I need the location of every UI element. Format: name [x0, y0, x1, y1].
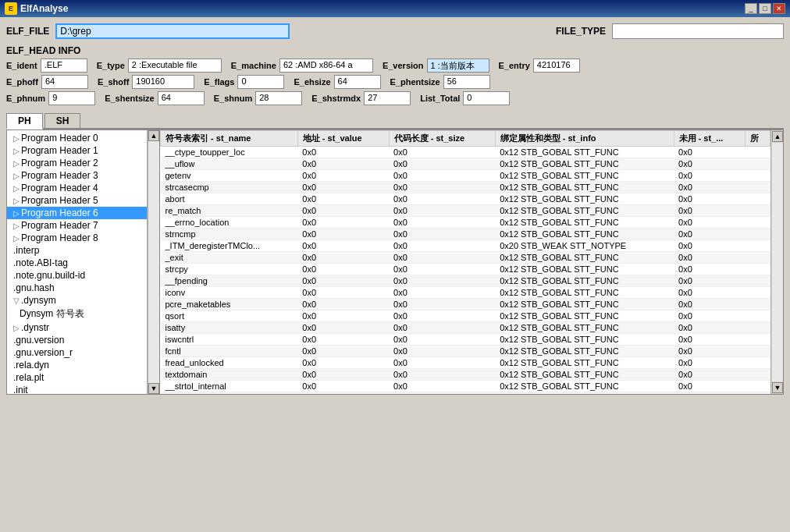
elf-file-input[interactable]	[55, 23, 290, 39]
tree-item-dynsym-table[interactable]: Dynsym 符号表	[7, 307, 147, 321]
e-phentsize-label: E_phentsize	[390, 77, 440, 87]
e-ident-cell: E_ident .ELF	[6, 59, 87, 73]
cell-value: 0x0	[297, 217, 389, 229]
e-machine-cell: E_machine 62 :AMD x86-64 a	[231, 59, 373, 73]
minimize-button[interactable]: _	[745, 3, 757, 14]
cell-name: __fpending	[161, 275, 298, 287]
cell-size: 0x0	[389, 193, 495, 205]
e-shoff-label: E_shoff	[98, 77, 129, 87]
e-version-label: E_version	[383, 61, 424, 70]
e-ehsize-label: E_ehsize	[294, 77, 330, 87]
table-row[interactable]: __uflow 0x0 0x0 0x12 STB_GOBAL STT_FUNC …	[161, 158, 770, 170]
tree-item-ph3[interactable]: ▷ Program Header 3	[7, 169, 147, 182]
cell-info: 0x12 STB_GOBAL STT_FUNC	[495, 205, 674, 217]
scroll-up-btn[interactable]: ▲	[148, 130, 159, 141]
table-row[interactable]: abort 0x0 0x0 0x12 STB_GOBAL STT_FUNC 0x…	[161, 193, 770, 205]
tree-item-gnu-version-r[interactable]: .gnu.version_r	[7, 346, 147, 359]
cell-info: 0x12 STB_GOBAL STT_FUNC	[495, 229, 674, 240]
tree-item-ph5[interactable]: ▷ Program Header 5	[7, 194, 147, 207]
table-row[interactable]: qsort 0x0 0x0 0x12 STB_GOBAL STT_FUNC 0x…	[161, 310, 770, 322]
list-total-cell: List_Total 0	[420, 91, 510, 105]
cell-info: 0x12 STB_GOBAL STT_FUNC	[495, 170, 674, 182]
scroll-up-btn2[interactable]: ▲	[772, 131, 783, 142]
tree-item-ph2[interactable]: ▷ Program Header 2	[7, 157, 147, 169]
table-scrollbar[interactable]: ▲ ▼	[770, 130, 783, 394]
expand-icon: ▷	[13, 159, 20, 168]
table-row[interactable]: _ITM_deregisterTMClo... 0x0 0x0 0x20 STB…	[161, 240, 770, 252]
cell-name: fread_unlocked	[161, 357, 298, 369]
maximize-button[interactable]: □	[759, 3, 771, 14]
table-row[interactable]: isatty 0x0 0x0 0x12 STB_GOBAL STT_FUNC 0…	[161, 322, 770, 334]
table-row[interactable]: iconv 0x0 0x0 0x12 STB_GOBAL STT_FUNC 0x…	[161, 287, 770, 299]
tree-item-ph1[interactable]: ▷ Program Header 1	[7, 144, 147, 157]
cell-other	[746, 346, 770, 357]
scroll-down-btn[interactable]: ▼	[148, 383, 159, 394]
cell-other	[746, 299, 770, 310]
tree-item-label: Program Header 2	[21, 158, 98, 168]
tree-item-note-build[interactable]: .note.gnu.build-id	[7, 269, 147, 282]
col-size: 代码长度 - st_size	[389, 131, 495, 147]
table-row[interactable]: getenv 0x0 0x0 0x12 STB_GOBAL STT_FUNC 0…	[161, 170, 770, 182]
e-phnum-label: E_phnum	[6, 94, 45, 103]
cell-unused: 0x0	[674, 229, 746, 240]
cell-value: 0x0	[297, 264, 389, 275]
tree-item-label: .rela.plt	[13, 372, 44, 383]
e-type-label: E_type	[97, 61, 125, 70]
table-row[interactable]: strcpy 0x0 0x0 0x12 STB_GOBAL STT_FUNC 0…	[161, 264, 770, 275]
cell-other	[746, 217, 770, 229]
table-row[interactable]: re_match 0x0 0x0 0x12 STB_GOBAL STT_FUNC…	[161, 205, 770, 217]
tree-item-init[interactable]: .init	[7, 384, 147, 394]
table-row[interactable]: __errno_location 0x0 0x0 0x12 STB_GOBAL …	[161, 217, 770, 229]
cell-unused: 0x0	[674, 381, 746, 392]
tab-ph[interactable]: PH	[6, 113, 43, 129]
table-row[interactable]: __ctype_toupper_loc 0x0 0x0 0x12 STB_GOB…	[161, 147, 770, 158]
table-row[interactable]: iswctype 0x0 0x0 0x12 STB_GOBAL STT_FUNC…	[161, 392, 770, 395]
tree-item-ph0[interactable]: ▷ Program Header 0	[7, 132, 147, 144]
cell-value: 0x0	[297, 299, 389, 310]
scroll-down-btn2[interactable]: ▼	[772, 382, 783, 393]
tree-item-gnu-version[interactable]: .gnu.version	[7, 334, 147, 346]
tree-item-label: Program Header 3	[21, 170, 98, 181]
tree-item-dynsym[interactable]: ▽ .dynsym	[7, 294, 147, 307]
cell-unused: 0x0	[674, 205, 746, 217]
tree-item-ph6[interactable]: ▷ Program Header 6	[7, 207, 147, 219]
table-row[interactable]: strcasecmp 0x0 0x0 0x12 STB_GOBAL STT_FU…	[161, 182, 770, 193]
e-shentsize-val: 64	[158, 91, 205, 105]
cell-name: re_match	[161, 205, 298, 217]
tree-scrollbar[interactable]: ▲ ▼	[148, 130, 160, 394]
e-flags-cell: E_flags 0	[204, 75, 284, 89]
table-row[interactable]: textdomain 0x0 0x0 0x12 STB_GOBAL STT_FU…	[161, 369, 770, 381]
tree-item-ph7[interactable]: ▷ Program Header 7	[7, 219, 147, 232]
close-button[interactable]: ✕	[773, 3, 785, 14]
cell-name: __ctype_toupper_loc	[161, 147, 298, 158]
cell-size: 0x0	[389, 334, 495, 346]
e-shnum-val: 28	[255, 91, 302, 105]
tab-bar: PH SH	[6, 113, 784, 129]
cell-info: 0x12 STB_GOBAL STT_FUNC	[495, 275, 674, 287]
cell-unused: 0x0	[674, 334, 746, 346]
table-row[interactable]: __fpending 0x0 0x0 0x12 STB_GOBAL STT_FU…	[161, 275, 770, 287]
table-row[interactable]: strncmp 0x0 0x0 0x12 STB_GOBAL STT_FUNC …	[161, 229, 770, 240]
tree-item-dynstr[interactable]: ▷ .dynstr	[7, 321, 147, 334]
tree-item-gnu-hash[interactable]: .gnu.hash	[7, 282, 147, 294]
table-row[interactable]: pcre_maketables 0x0 0x0 0x12 STB_GOBAL S…	[161, 299, 770, 310]
table-row[interactable]: fcntl 0x0 0x0 0x12 STB_GOBAL STT_FUNC 0x…	[161, 346, 770, 357]
tree-item-label: Dynsym 符号表	[20, 307, 84, 321]
cell-value: 0x0	[297, 158, 389, 170]
cell-size: 0x0	[389, 310, 495, 322]
tree-item-note-abi[interactable]: .note.ABI-tag	[7, 257, 147, 269]
table-row[interactable]: _exit 0x0 0x0 0x12 STB_GOBAL STT_FUNC 0x…	[161, 252, 770, 264]
tree-item-ph4[interactable]: ▷ Program Header 4	[7, 182, 147, 194]
tree-item-rela-dyn[interactable]: .rela.dyn	[7, 359, 147, 371]
tree-item-label: Program Header 4	[21, 183, 98, 193]
col-value: 地址 - st_value	[297, 131, 389, 147]
col-other: 所	[746, 131, 770, 147]
tree-item-interp[interactable]: .interp	[7, 244, 147, 257]
cell-value: 0x0	[297, 392, 389, 395]
table-row[interactable]: fread_unlocked 0x0 0x0 0x12 STB_GOBAL ST…	[161, 357, 770, 369]
table-row[interactable]: iswcntrl 0x0 0x0 0x12 STB_GOBAL STT_FUNC…	[161, 334, 770, 346]
tab-sh[interactable]: SH	[44, 113, 81, 128]
table-row[interactable]: __strtol_internal 0x0 0x0 0x12 STB_GOBAL…	[161, 381, 770, 392]
tree-item-rela-plt[interactable]: .rela.plt	[7, 371, 147, 384]
tree-item-ph8[interactable]: ▷ Program Header 8	[7, 232, 147, 244]
